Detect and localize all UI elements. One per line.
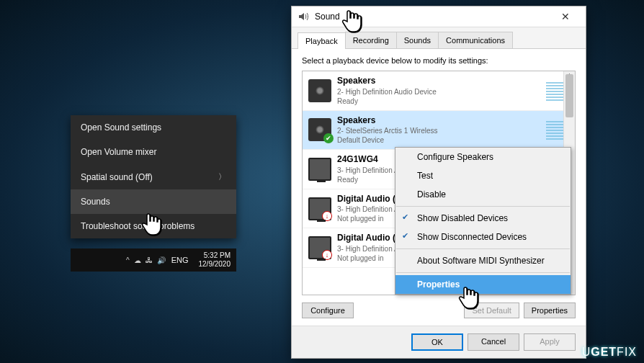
dialog-buttons: OK Cancel Apply [292, 326, 586, 358]
device-sub: 2- SteelSeries Arctis 1 Wireless [337, 126, 540, 135]
close-button[interactable]: ✕ [551, 11, 580, 22]
menu-item-configure-speakers[interactable]: Configure Speakers [395, 148, 571, 166]
menu-item-troubleshoot[interactable]: Troubleshoot sound problems [71, 214, 236, 238]
unplugged-icon: ↓ [322, 250, 332, 260]
dialog-title: Sound [315, 12, 551, 22]
onedrive-icon[interactable]: ☁ [134, 256, 141, 264]
monitor-device-icon: ↓ [308, 236, 331, 259]
tab-playback[interactable]: Playback [298, 32, 346, 49]
ok-button[interactable]: OK [411, 333, 463, 351]
menu-item-about-midi[interactable]: About Software MIDI Synthesizer [395, 251, 571, 270]
apply-button[interactable]: Apply [524, 333, 576, 351]
tray-context-menu: Open Sound settings Open Volume mixer Sp… [71, 115, 236, 238]
tab-communications[interactable]: Communications [438, 32, 513, 48]
volume-icon[interactable]: 🔊 [157, 256, 166, 264]
chevron-up-icon[interactable]: ^ [126, 256, 130, 264]
device-context-menu: Configure Speakers Test Disable Show Dis… [395, 147, 571, 295]
separator [396, 206, 570, 207]
menu-item-test[interactable]: Test [395, 166, 571, 185]
separator [396, 272, 570, 273]
tab-sounds[interactable]: Sounds [396, 32, 439, 48]
menu-item-spatial-sound[interactable]: Spatial sound (Off)〉 [71, 164, 236, 189]
menu-item-disable[interactable]: Disable [395, 185, 571, 204]
separator [396, 248, 570, 249]
default-check-icon: ✔ [323, 133, 334, 143]
monitor-device-icon [308, 158, 331, 181]
unplugged-icon: ↓ [322, 211, 332, 221]
menu-item-show-disabled[interactable]: Show Disabled Devices [395, 209, 571, 228]
set-default-button[interactable]: Set Default [464, 302, 519, 318]
cancel-button[interactable]: Cancel [468, 333, 519, 351]
menu-item-sounds[interactable]: Sounds [71, 189, 236, 214]
menu-item-open-volume-mixer[interactable]: Open Volume mixer [71, 140, 236, 164]
speaker-device-icon [308, 79, 331, 102]
network-icon[interactable]: 🖧 [146, 256, 153, 264]
instruction-text: Select a playback device below to modify… [302, 56, 576, 65]
taskbar: ^ ☁ 🖧 🔊 ENG 5:32 PM 12/9/2020 [71, 248, 236, 272]
configure-button[interactable]: Configure [302, 302, 354, 318]
tabstrip: Playback Recording Sounds Communications [292, 27, 586, 49]
language-indicator[interactable]: ENG [171, 256, 189, 264]
menu-item-show-disconnected[interactable]: Show Disconnected Devices [395, 228, 571, 246]
watermark: UGETFIX [582, 346, 637, 359]
device-name: Speakers [337, 115, 540, 127]
properties-button[interactable]: Properties [524, 302, 576, 318]
device-row[interactable]: Speakers 2- High Definition Audio Device… [303, 71, 575, 111]
menu-item-properties[interactable]: Properties [395, 275, 571, 294]
device-status: Default Device [337, 135, 540, 145]
clock[interactable]: 5:32 PM 12/9/2020 [199, 251, 231, 269]
device-sub: 2- High Definition Audio Device [337, 87, 540, 97]
tab-recording[interactable]: Recording [345, 32, 397, 48]
monitor-device-icon: ↓ [308, 197, 331, 220]
speaker-device-icon: ✔ [308, 118, 331, 141]
titlebar: Sound ✕ [292, 6, 586, 27]
device-name: Speakers [337, 76, 540, 87]
menu-item-open-sound-settings[interactable]: Open Sound settings [71, 115, 236, 140]
speaker-icon [298, 11, 309, 22]
device-row[interactable]: ✔ Speakers 2- SteelSeries Arctis 1 Wirel… [303, 111, 575, 151]
scroll-thumb[interactable] [565, 74, 573, 117]
chevron-right-icon: 〉 [218, 171, 226, 182]
tray-icons: ^ ☁ 🖧 🔊 [126, 256, 166, 264]
device-status: Ready [337, 97, 540, 106]
